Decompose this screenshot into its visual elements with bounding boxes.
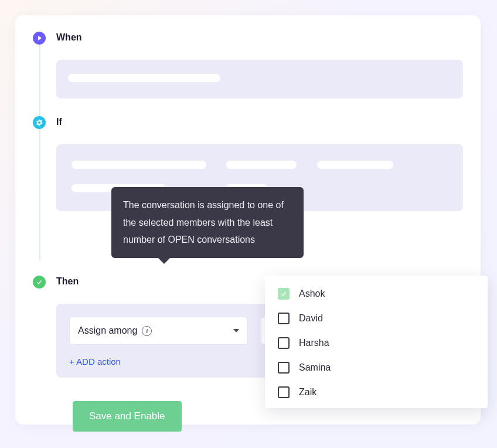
step-then-label: Then	[56, 276, 91, 287]
timeline-line	[39, 43, 40, 260]
check-circle-icon	[33, 276, 46, 289]
tooltip-text: The conversation is assigned to one of t…	[123, 200, 284, 245]
add-action-link[interactable]: + ADD action	[69, 357, 121, 366]
member-dropdown: AshokDavidHarshaSaminaZaik	[265, 276, 488, 408]
dropdown-option-label: Samina	[299, 362, 331, 373]
dropdown-option-label: David	[299, 313, 323, 324]
info-icon[interactable]: i	[142, 326, 152, 336]
dropdown-option-label: Harsha	[299, 338, 329, 348]
dropdown-option[interactable]: Zaik	[265, 380, 488, 405]
step-when-label: When	[56, 32, 91, 43]
play-icon	[33, 32, 46, 45]
checkbox-icon[interactable]	[278, 386, 290, 398]
dropdown-option[interactable]: David	[265, 306, 488, 331]
step-when: When	[33, 32, 463, 45]
when-condition-placeholder[interactable]	[56, 60, 463, 99]
dropdown-option-label: Ashok	[299, 289, 325, 299]
assign-among-tooltip: The conversation is assigned to one of t…	[111, 187, 304, 258]
action-type-label: Assign among	[78, 325, 137, 336]
dropdown-option[interactable]: Ashok	[265, 281, 488, 306]
dropdown-option[interactable]: Samina	[265, 355, 488, 380]
checkbox-checked-icon[interactable]	[278, 288, 290, 300]
save-enable-button[interactable]: Save and Enable	[73, 401, 182, 432]
checkbox-icon[interactable]	[278, 313, 290, 324]
action-type-select[interactable]: Assign among i	[69, 317, 248, 345]
checkbox-icon[interactable]	[278, 362, 290, 374]
step-if: If	[33, 116, 463, 129]
checkbox-icon[interactable]	[278, 337, 290, 349]
dropdown-option-label: Zaik	[299, 387, 316, 398]
gear-icon	[33, 116, 46, 129]
step-if-label: If	[56, 116, 91, 127]
chevron-down-icon	[233, 329, 239, 332]
dropdown-option[interactable]: Harsha	[265, 331, 488, 355]
